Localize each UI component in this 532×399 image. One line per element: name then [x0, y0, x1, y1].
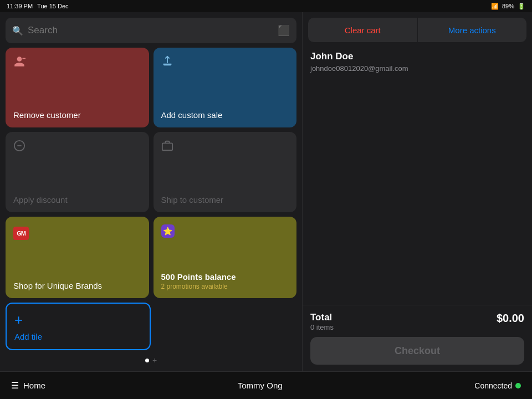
search-input[interactable]: [28, 25, 273, 36]
battery-percent: 89%: [502, 3, 514, 9]
cart-footer: Total 0 items $0.00 Checkout: [303, 305, 532, 371]
right-panel: Clear cart More actions John Doe johndoe…: [302, 12, 532, 371]
cart-header: Clear cart More actions: [303, 12, 532, 42]
bottom-nav: ☰ Home Tommy Ong Connected: [0, 371, 532, 399]
left-panel: 🔍 ⬛ Remove customer: [0, 12, 302, 371]
tile-ship-to-customer-label: Ship to customer: [161, 195, 289, 204]
tile-add-custom-sale[interactable]: Add custom sale: [154, 48, 297, 127]
status-bar: 11:39 PM Tue 15 Dec 📶 89% 🔋: [0, 0, 532, 12]
tile-points-balance[interactable]: ⭐ 500 Points balance 2 promotions availa…: [154, 217, 297, 298]
tile-apply-discount-label: Apply discount: [13, 195, 141, 204]
clear-cart-button[interactable]: Clear cart: [308, 18, 417, 42]
tile-remove-customer[interactable]: Remove customer: [6, 48, 149, 127]
status-date: Tue 15 Dec: [37, 3, 68, 9]
tile-apply-discount[interactable]: Apply discount: [6, 132, 149, 212]
status-label: Connected: [474, 381, 512, 390]
tile-remove-customer-label: Remove customer: [13, 110, 141, 120]
discount-icon: [13, 140, 141, 155]
barcode-icon[interactable]: ⬛: [278, 24, 290, 37]
battery-icon: 🔋: [518, 3, 525, 10]
nav-home[interactable]: ☰ Home: [11, 380, 45, 391]
nav-user-name: Tommy Ong: [238, 381, 283, 390]
tile-add-custom-sale-label: Add custom sale: [161, 110, 289, 120]
svg-rect-4: [162, 144, 172, 151]
add-icon: +: [14, 311, 142, 329]
more-actions-button[interactable]: More actions: [417, 18, 527, 42]
checkout-button[interactable]: Checkout: [310, 337, 524, 365]
total-row: Total 0 items $0.00: [310, 312, 524, 331]
nav-home-label: Home: [23, 381, 45, 390]
tile-shop-unique-brands[interactable]: GM Shop for Unique Brands: [6, 217, 149, 298]
tile-shop-unique-brands-label: Shop for Unique Brands: [13, 281, 141, 290]
tile-points-label: 500 Points balance: [161, 272, 289, 282]
total-items: 0 items: [310, 323, 334, 331]
customer-name: John Doe: [310, 51, 524, 62]
search-bar[interactable]: 🔍 ⬛: [6, 18, 296, 43]
nav-status: Connected: [474, 381, 521, 390]
upload-icon: [161, 55, 289, 71]
pagination-dot-1[interactable]: [145, 359, 149, 362]
tile-add-label: Add tile: [14, 332, 142, 341]
wifi-icon: 📶: [491, 3, 499, 10]
total-label: Total: [310, 312, 334, 323]
cart-content: [303, 81, 532, 305]
pagination-plus[interactable]: +: [152, 356, 157, 364]
person-icon: [13, 55, 141, 71]
tile-points-sub: 2 promotions available: [161, 283, 289, 290]
search-icon: 🔍: [12, 25, 23, 36]
customer-email: johndoe08012020@gmail.com: [310, 64, 524, 73]
tile-ship-to-customer[interactable]: Ship to customer: [154, 132, 297, 212]
total-amount: $0.00: [497, 312, 524, 325]
pagination: +: [6, 355, 296, 366]
menu-icon: ☰: [11, 380, 19, 391]
gm-brand-icon: GM: [13, 224, 141, 240]
tiles-grid: Remove customer Add custom sale: [6, 48, 296, 298]
status-time: 11:39 PM: [7, 3, 33, 9]
tile-add[interactable]: + Add tile: [6, 303, 151, 350]
star-points-icon: ⭐: [161, 224, 289, 238]
ship-icon: [161, 140, 289, 155]
customer-info: John Doe johndoe08012020@gmail.com: [303, 42, 532, 81]
connected-indicator: [515, 383, 521, 388]
